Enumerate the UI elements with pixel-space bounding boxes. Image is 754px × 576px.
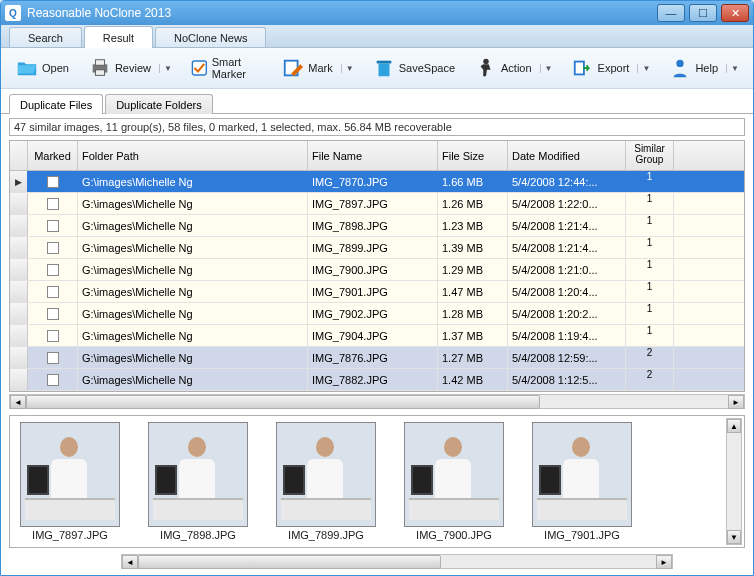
thumbnail[interactable]: IMG_7901.JPG	[528, 422, 636, 541]
checkbox[interactable]	[47, 308, 59, 320]
chevron-down-icon[interactable]: ▼	[637, 64, 649, 73]
col-marked[interactable]: Marked	[28, 141, 78, 170]
scroll-down-icon[interactable]: ▼	[727, 530, 741, 544]
cell-marked[interactable]	[28, 171, 78, 192]
checkbox[interactable]	[47, 286, 59, 298]
col-file[interactable]: File Name	[308, 141, 438, 170]
row-indicator	[10, 281, 28, 302]
open-button[interactable]: Open	[9, 52, 76, 84]
row-indicator	[10, 325, 28, 346]
chevron-down-icon[interactable]: ▼	[540, 64, 552, 73]
savespace-button[interactable]: SaveSpace	[366, 52, 462, 84]
checkbox[interactable]	[47, 220, 59, 232]
table-row[interactable]: G:\images\Michelle NgIMG_7901.JPG1.47 MB…	[10, 281, 744, 303]
cell-marked[interactable]	[28, 303, 78, 324]
table-row[interactable]: G:\images\Michelle NgIMG_7897.JPG1.26 MB…	[10, 193, 744, 215]
cell-group: 2	[626, 347, 674, 368]
scroll-left-icon[interactable]: ◄	[122, 555, 138, 569]
cell-date: 5/4/2008 12:59:...	[508, 347, 626, 368]
thumbnail-image	[148, 422, 248, 527]
col-size[interactable]: File Size	[438, 141, 508, 170]
printer-icon	[89, 57, 111, 79]
tab-news[interactable]: NoClone News	[155, 27, 266, 47]
tab-result[interactable]: Result	[84, 26, 153, 48]
edit-icon	[282, 57, 304, 79]
thumbnail[interactable]: IMG_7899.JPG	[272, 422, 380, 541]
table-row[interactable]: G:\images\Michelle NgIMG_7898.JPG1.23 MB…	[10, 215, 744, 237]
cell-size: 1.37 MB	[438, 325, 508, 346]
scroll-right-icon[interactable]: ►	[728, 395, 744, 409]
row-indicator	[10, 303, 28, 324]
cell-file: IMG_7897.JPG	[308, 193, 438, 214]
table-row[interactable]: G:\images\Michelle NgIMG_7904.JPG1.37 MB…	[10, 325, 744, 347]
table-row[interactable]: G:\images\Michelle NgIMG_7870.JPG1.66 MB…	[10, 171, 744, 193]
cell-file: IMG_7904.JPG	[308, 325, 438, 346]
cell-marked[interactable]	[28, 259, 78, 280]
thumbnail[interactable]: IMG_7900.JPG	[400, 422, 508, 541]
app-window: Q Reasonable NoClone 2013 — ☐ ✕ Search R…	[0, 0, 754, 576]
scroll-left-icon[interactable]: ◄	[10, 395, 26, 409]
main-tabstrip: Search Result NoClone News	[1, 25, 753, 48]
cell-file: IMG_7882.JPG	[308, 369, 438, 390]
table-row[interactable]: G:\images\Michelle NgIMG_7876.JPG1.27 MB…	[10, 347, 744, 369]
table-row[interactable]: G:\images\Michelle NgIMG_7882.JPG1.42 MB…	[10, 369, 744, 391]
preview-vscroll[interactable]: ▲ ▼	[726, 418, 742, 545]
preview-hscroll[interactable]: ◄ ►	[121, 554, 673, 569]
cell-marked[interactable]	[28, 281, 78, 302]
scroll-right-icon[interactable]: ►	[656, 555, 672, 569]
smart-marker-button[interactable]: Smart Marker	[184, 52, 269, 84]
col-date[interactable]: Date Modified	[508, 141, 626, 170]
scroll-thumb[interactable]	[26, 395, 540, 409]
scroll-thumb[interactable]	[138, 555, 441, 569]
cell-size: 1.39 MB	[438, 237, 508, 258]
cell-marked[interactable]	[28, 215, 78, 236]
table-row[interactable]: G:\images\Michelle NgIMG_7899.JPG1.39 MB…	[10, 237, 744, 259]
row-indicator	[10, 347, 28, 368]
person-run-icon	[475, 57, 497, 79]
mark-button[interactable]: Mark ▼	[275, 52, 359, 84]
close-button[interactable]: ✕	[721, 4, 749, 22]
subtab-duplicate-folders[interactable]: Duplicate Folders	[105, 94, 213, 114]
review-button[interactable]: Review ▼	[82, 52, 178, 84]
chevron-down-icon[interactable]: ▼	[159, 64, 171, 73]
thumbnail[interactable]: IMG_7898.JPG	[144, 422, 252, 541]
help-button[interactable]: Help ▼	[662, 52, 745, 84]
col-folder[interactable]: Folder Path	[78, 141, 308, 170]
table-row[interactable]: G:\images\Michelle NgIMG_7900.JPG1.29 MB…	[10, 259, 744, 281]
cell-marked[interactable]	[28, 347, 78, 368]
cell-folder: G:\images\Michelle Ng	[78, 215, 308, 236]
chevron-down-icon[interactable]: ▼	[341, 64, 353, 73]
cell-folder: G:\images\Michelle Ng	[78, 171, 308, 192]
cell-marked[interactable]	[28, 369, 78, 390]
table-row[interactable]: G:\images\Michelle NgIMG_7902.JPG1.28 MB…	[10, 303, 744, 325]
cell-file: IMG_7876.JPG	[308, 347, 438, 368]
grid-hscroll[interactable]: ◄ ►	[9, 394, 745, 409]
thumbnail[interactable]: IMG_7897.JPG	[16, 422, 124, 541]
subtab-duplicate-files[interactable]: Duplicate Files	[9, 94, 103, 114]
cell-marked[interactable]	[28, 193, 78, 214]
checkbox[interactable]	[47, 242, 59, 254]
col-group[interactable]: Similar Group	[626, 141, 674, 170]
grid-header: Marked Folder Path File Name File Size D…	[10, 141, 744, 171]
action-button[interactable]: Action ▼	[468, 52, 559, 84]
export-button[interactable]: Export ▼	[565, 52, 657, 84]
cell-marked[interactable]	[28, 237, 78, 258]
minimize-button[interactable]: —	[657, 4, 685, 22]
checkbox[interactable]	[47, 198, 59, 210]
checkbox[interactable]	[47, 374, 59, 386]
scroll-up-icon[interactable]: ▲	[727, 419, 741, 433]
grid-body[interactable]: G:\images\Michelle NgIMG_7870.JPG1.66 MB…	[10, 171, 744, 391]
cell-group: 1	[626, 193, 674, 214]
cell-date: 5/4/2008 1:21:4...	[508, 237, 626, 258]
checkbox[interactable]	[47, 176, 59, 188]
cell-date: 5/4/2008 1:21:0...	[508, 259, 626, 280]
checkbox[interactable]	[47, 264, 59, 276]
maximize-button[interactable]: ☐	[689, 4, 717, 22]
cell-marked[interactable]	[28, 325, 78, 346]
col-indicator[interactable]	[10, 141, 28, 170]
tab-search[interactable]: Search	[9, 27, 82, 47]
checkbox[interactable]	[47, 352, 59, 364]
chevron-down-icon[interactable]: ▼	[726, 64, 738, 73]
checkbox[interactable]	[47, 330, 59, 342]
svg-rect-2	[95, 70, 104, 76]
